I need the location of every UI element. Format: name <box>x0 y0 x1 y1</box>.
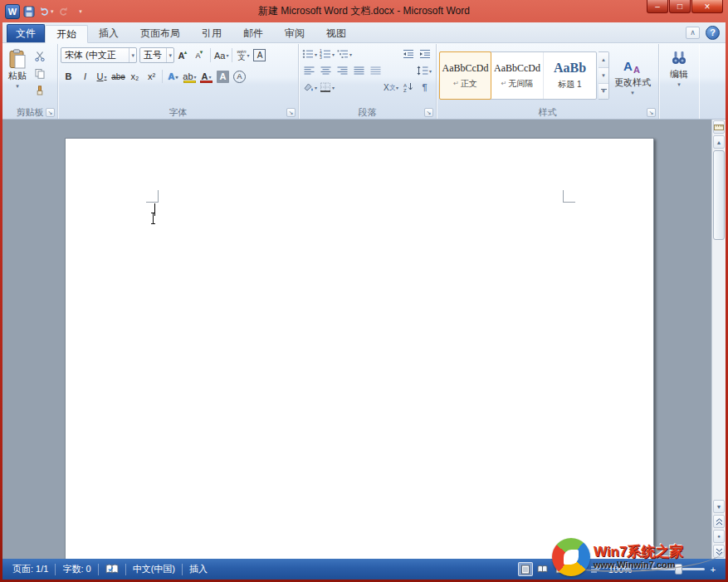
zoom-slider-thumb[interactable] <box>675 564 682 575</box>
document-area[interactable] <box>2 120 711 559</box>
style-no-spacing[interactable]: AaBbCcDd ↵无间隔 <box>491 52 544 99</box>
ruler-toggle-button[interactable] <box>713 120 725 134</box>
statusbar-right: 100% − + <box>518 562 722 576</box>
select-browse-object-button[interactable]: ● <box>713 530 725 543</box>
gallery-scroll-down-button[interactable]: ▼ <box>599 68 608 84</box>
scroll-up-button[interactable]: ▲ <box>713 135 725 149</box>
next-page-button[interactable] <box>713 545 725 558</box>
tab-view[interactable]: 视图 <box>315 24 357 42</box>
line-spacing-button[interactable]: ▾ <box>416 63 432 78</box>
zoom-slider[interactable] <box>652 568 705 570</box>
tab-insert[interactable]: 插入 <box>88 24 129 42</box>
cut-button[interactable] <box>32 48 47 63</box>
word-app-icon[interactable]: W <box>5 4 20 19</box>
style-normal[interactable]: AaBbCcDd ↵正文 <box>439 51 491 100</box>
sort-button[interactable]: AZ <box>400 80 416 95</box>
numbering-button[interactable]: 123 ▾ <box>319 46 335 61</box>
bullets-button[interactable]: ▾ <box>301 46 318 61</box>
justify-button[interactable] <box>351 63 367 78</box>
highlight-color-button[interactable]: ab▾ <box>182 69 198 84</box>
strikethrough-button[interactable]: abe <box>110 69 126 84</box>
decrease-indent-button[interactable] <box>400 46 416 61</box>
vertical-scrollbar[interactable]: ▲ ▼ ● <box>711 120 726 559</box>
subscript-button[interactable]: x₂ <box>127 69 143 84</box>
align-left-button[interactable] <box>301 63 317 78</box>
qat-customize-button[interactable]: ▾ <box>73 4 88 19</box>
titlebar[interactable]: 新建 Microsoft Word 文档.docx - Microsoft Wo… <box>2 0 726 22</box>
enclose-characters-button[interactable]: A <box>232 69 247 84</box>
style-heading-1[interactable]: AaBb 标题 1 <box>544 52 596 99</box>
minimize-button[interactable]: – <box>647 0 668 13</box>
help-button[interactable]: ? <box>706 26 720 40</box>
tab-page-layout[interactable]: 页面布局 <box>129 24 191 42</box>
font-name-combo[interactable]: 宋体 (中文正 ▾ <box>61 47 137 63</box>
print-layout-view-button[interactable] <box>518 562 533 576</box>
underline-button[interactable]: U▾ <box>94 69 110 84</box>
gallery-scroll-up-button[interactable]: ▲ <box>599 52 608 68</box>
svg-text:A: A <box>633 65 640 75</box>
distribute-button[interactable] <box>368 63 384 78</box>
tab-file[interactable]: 文件 <box>7 24 45 42</box>
shading-button[interactable]: ▾ <box>301 80 318 95</box>
language-indicator[interactable]: 中文(中国) <box>126 559 182 580</box>
styles-dialog-launcher[interactable]: ↘ <box>647 108 656 117</box>
close-button[interactable]: × <box>691 0 723 13</box>
zoom-out-button[interactable]: − <box>638 564 649 575</box>
change-styles-button[interactable]: AA 更改样式 ▾ <box>611 54 654 97</box>
tab-home[interactable]: 开始 <box>45 25 88 43</box>
align-center-button[interactable] <box>318 63 334 78</box>
paragraph-dialog-launcher[interactable]: ↘ <box>424 108 433 117</box>
paste-button[interactable]: 粘贴 ▾ <box>5 46 30 105</box>
asian-layout-button[interactable]: X文 ▾ <box>383 80 399 95</box>
increase-indent-button[interactable] <box>417 46 432 61</box>
save-button[interactable] <box>22 4 37 19</box>
minus-icon: − <box>641 565 646 575</box>
editing-button[interactable]: 编辑 ▾ <box>667 46 691 105</box>
zoom-level[interactable]: 100% <box>605 565 635 575</box>
phonetic-guide-button[interactable]: wén文 ▾ <box>235 48 251 63</box>
shrink-font-button[interactable]: A▼ <box>192 48 208 63</box>
text-effects-button[interactable]: A▾ <box>165 69 181 84</box>
grow-font-button[interactable]: A▲ <box>175 48 191 63</box>
scrollbar-thumb[interactable] <box>713 150 725 240</box>
fullscreen-reading-view-button[interactable] <box>535 562 550 576</box>
maximize-button[interactable]: □ <box>669 0 691 13</box>
show-hide-marks-button[interactable]: ¶ <box>417 80 432 95</box>
multilevel-list-button[interactable]: ▾ <box>336 46 353 61</box>
font-dialog-launcher[interactable]: ↘ <box>286 108 296 117</box>
format-painter-button[interactable] <box>32 83 47 98</box>
document-page[interactable] <box>65 138 654 559</box>
character-border-button[interactable]: A <box>252 48 267 63</box>
workspace: ▲ ▼ ● <box>2 120 726 559</box>
copy-button[interactable] <box>32 66 47 81</box>
page-indicator[interactable]: 页面: 1/1 <box>6 559 55 580</box>
clipboard-dialog-launcher[interactable]: ↘ <box>46 108 55 117</box>
spellcheck-book-icon <box>105 564 119 575</box>
italic-button[interactable]: I <box>77 69 93 84</box>
tab-mailings[interactable]: 邮件 <box>232 24 274 42</box>
spellcheck-status[interactable] <box>99 559 125 580</box>
tab-references[interactable]: 引用 <box>191 24 232 42</box>
outline-view-button[interactable] <box>570 562 585 576</box>
word-count[interactable]: 字数: 0 <box>56 559 97 580</box>
redo-button[interactable] <box>56 4 71 19</box>
tab-review[interactable]: 审阅 <box>274 24 315 42</box>
character-shading-button[interactable]: A <box>215 69 231 84</box>
web-layout-view-button[interactable] <box>553 562 568 576</box>
undo-button[interactable]: ▾ <box>38 4 55 19</box>
zoom-in-button[interactable]: + <box>707 564 719 575</box>
change-case-button[interactable]: Aa▾ <box>213 48 229 63</box>
align-right-button[interactable] <box>335 63 350 78</box>
font-color-button[interactable]: A▾ <box>198 69 214 84</box>
gallery-more-button[interactable]: ▼ <box>599 84 608 99</box>
insert-mode-indicator[interactable]: 插入 <box>183 559 214 580</box>
bold-button[interactable]: B <box>61 69 76 84</box>
borders-button[interactable]: ▾ <box>319 80 335 95</box>
font-size-combo[interactable]: 五号 ▾ <box>139 47 174 63</box>
draft-view-button[interactable] <box>588 562 603 576</box>
previous-page-button[interactable] <box>713 515 725 528</box>
minimize-ribbon-button[interactable]: ∧ <box>686 27 700 39</box>
scrollbar-track[interactable] <box>712 241 726 499</box>
superscript-button[interactable]: x² <box>144 69 159 84</box>
scroll-down-button[interactable]: ▼ <box>713 500 725 513</box>
